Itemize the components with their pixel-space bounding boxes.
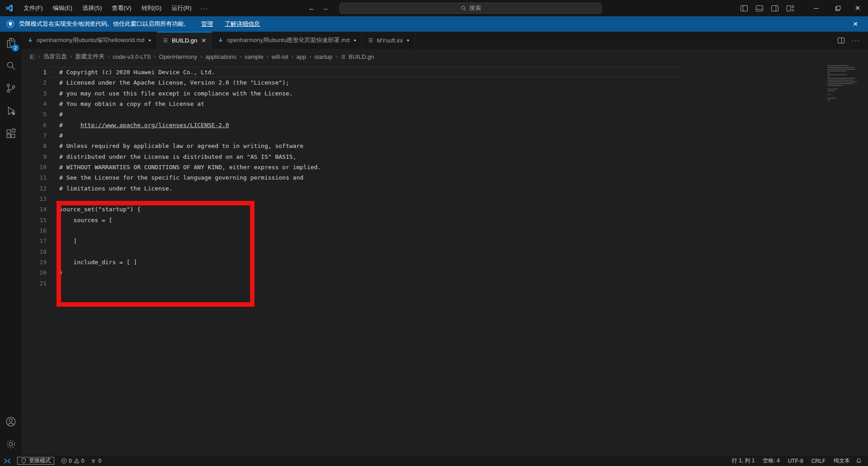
line-number-14[interactable]: 14 bbox=[22, 204, 59, 214]
code-line-3[interactable]: # you may not use this file except in co… bbox=[59, 88, 868, 99]
status-indentation[interactable]: 空格: 4 bbox=[760, 456, 782, 466]
status-eol[interactable]: CRLF bbox=[809, 456, 828, 466]
breadcrumb-item-3[interactable]: code-v3.0-LTS bbox=[113, 53, 151, 60]
menu-item-4[interactable]: 转到(G) bbox=[137, 2, 166, 14]
close-window-button[interactable]: ✕ bbox=[847, 0, 868, 16]
code-line-12[interactable]: # limitations under the License. bbox=[59, 183, 868, 194]
code-line-20[interactable]: } bbox=[59, 267, 868, 278]
line-number-5[interactable]: 5 bbox=[22, 109, 59, 119]
status-cursor-position[interactable]: 行 1, 列 1 bbox=[730, 456, 757, 466]
code-line-1[interactable]: # Copyright (c) 2020 Huawei Device Co., … bbox=[59, 67, 868, 77]
code-line-11[interactable]: # See the License for the specific langu… bbox=[59, 172, 868, 183]
breadcrumb-item-10[interactable]: BUILD.gn bbox=[340, 53, 374, 60]
manage-link[interactable]: 管理 bbox=[201, 20, 213, 28]
line-number-17[interactable]: 17 bbox=[22, 236, 59, 246]
line-number-3[interactable]: 3 bbox=[22, 88, 59, 99]
breadcrumb-item-8[interactable]: app bbox=[297, 53, 307, 60]
command-center-search[interactable]: 搜索 bbox=[340, 3, 602, 14]
code-line-9[interactable]: # distributed under the License is distr… bbox=[59, 152, 868, 162]
status-encoding[interactable]: UTF-8 bbox=[786, 456, 806, 466]
breadcrumb-item-1[interactable]: 迅雷云盘 bbox=[43, 52, 67, 61]
minimize-button[interactable] bbox=[806, 0, 826, 16]
sidebar-item-extensions[interactable] bbox=[0, 122, 22, 145]
line-number-19[interactable]: 19 bbox=[22, 257, 59, 267]
more-actions-icon[interactable]: ··· bbox=[852, 37, 861, 44]
sidebar-item-explorer[interactable]: 2 bbox=[0, 32, 22, 54]
line-number-21[interactable]: 21 bbox=[22, 278, 59, 289]
breadcrumb-item-5[interactable]: applications bbox=[205, 53, 236, 60]
line-number-4[interactable]: 4 bbox=[22, 99, 59, 109]
sidebar-item-source-control[interactable] bbox=[0, 77, 22, 100]
remote-indicator[interactable] bbox=[0, 456, 14, 466]
code-line-10[interactable]: # WITHOUT WARRANTIES OR CONDITIONS OF AN… bbox=[59, 162, 868, 172]
toggle-secondary-sidebar-icon[interactable] bbox=[771, 5, 778, 11]
tab-close-icon[interactable]: ✕ bbox=[201, 37, 206, 44]
code-line-5[interactable]: # bbox=[59, 109, 868, 119]
code-line-6[interactable]: # http://www.apache.org/licenses/LICENSE… bbox=[59, 120, 868, 130]
tab-dirty-icon[interactable]: ● bbox=[407, 38, 409, 43]
code-line-19[interactable]: include_dirs = [ ] bbox=[59, 257, 868, 267]
breadcrumb-item-6[interactable]: sample bbox=[245, 53, 264, 60]
line-number-8[interactable]: 8 bbox=[22, 141, 59, 151]
customize-layout-icon[interactable] bbox=[787, 5, 794, 11]
tab-4[interactable]: MYsoft.ini● bbox=[362, 32, 415, 49]
code-line-13[interactable] bbox=[59, 194, 868, 204]
toggle-primary-sidebar-icon[interactable] bbox=[741, 5, 748, 11]
tab-3[interactable]: openharmony用ubuntu图形化页面快速部署.md● bbox=[212, 32, 362, 49]
code-line-2[interactable]: # Licensed under the Apache License, Ver… bbox=[59, 77, 868, 88]
breadcrumb-item-2[interactable]: 新建文件夹 bbox=[75, 52, 104, 61]
status-language-mode[interactable]: 纯文本 bbox=[831, 456, 852, 466]
breadcrumb-item-9[interactable]: startup bbox=[314, 53, 332, 60]
line-number-2[interactable]: 2 bbox=[22, 77, 59, 88]
toggle-panel-icon[interactable] bbox=[756, 5, 763, 11]
line-number-10[interactable]: 10 bbox=[22, 162, 59, 172]
breadcrumb-item-7[interactable]: wifi-iot bbox=[272, 53, 288, 60]
tab-2[interactable]: BUILD.gn✕ bbox=[157, 32, 212, 49]
line-number-12[interactable]: 12 bbox=[22, 183, 59, 194]
code-line-16[interactable] bbox=[59, 225, 868, 236]
split-editor-icon[interactable] bbox=[838, 38, 844, 43]
settings-button[interactable] bbox=[0, 433, 22, 456]
code-line-17[interactable]: ] bbox=[59, 236, 868, 246]
menu-item-3[interactable]: 查看(V) bbox=[107, 2, 136, 14]
line-number-11[interactable]: 11 bbox=[22, 172, 59, 183]
breadcrumb-item-0[interactable]: E: bbox=[30, 53, 35, 60]
banner-close-icon[interactable]: ✕ bbox=[853, 20, 858, 28]
ports-status[interactable]: 0 bbox=[87, 456, 104, 466]
line-number-18[interactable]: 18 bbox=[22, 247, 59, 257]
editor-pane[interactable]: 123456789101112131415161718192021 # Copy… bbox=[22, 64, 868, 456]
forward-arrow-icon[interactable]: → bbox=[321, 4, 329, 12]
breadcrumb-item-4[interactable]: OpenHarmony bbox=[159, 53, 198, 60]
code-line-21[interactable] bbox=[59, 278, 868, 289]
learn-more-link[interactable]: 了解详细信息 bbox=[225, 20, 260, 28]
license-url-link[interactable]: http://www.apache.org/licenses/LICENSE-2… bbox=[80, 122, 229, 128]
line-number-13[interactable]: 13 bbox=[22, 194, 59, 204]
restricted-mode-status[interactable]: 受限模式 bbox=[17, 457, 54, 465]
code-line-14[interactable]: source_set("startup") { bbox=[59, 204, 868, 214]
code-line-15[interactable]: sources = [ bbox=[59, 215, 868, 225]
sidebar-item-run-debug[interactable] bbox=[0, 100, 22, 122]
back-arrow-icon[interactable]: ← bbox=[308, 4, 315, 12]
line-number-1[interactable]: 1 bbox=[22, 67, 59, 77]
code-line-8[interactable]: # Unless required by applicable law or a… bbox=[59, 141, 868, 151]
menu-item-1[interactable]: 编辑(E) bbox=[48, 2, 77, 14]
code-line-7[interactable]: # bbox=[59, 130, 868, 141]
menu-overflow-icon[interactable]: ··· bbox=[196, 3, 212, 14]
tab-dirty-icon[interactable]: ● bbox=[148, 38, 151, 43]
notifications-bell-icon[interactable] bbox=[856, 458, 862, 464]
minimap[interactable] bbox=[827, 65, 861, 89]
account-button[interactable] bbox=[0, 410, 22, 433]
code-line-18[interactable] bbox=[59, 247, 868, 257]
tab-1[interactable]: openharmony用ubuntu编写helloworld.md● bbox=[22, 32, 157, 49]
line-number-20[interactable]: 20 bbox=[22, 267, 59, 278]
menu-item-5[interactable]: 运行(R) bbox=[167, 2, 196, 14]
sidebar-item-search[interactable] bbox=[0, 54, 22, 77]
problems-status[interactable]: 0 0 bbox=[58, 456, 87, 466]
line-number-6[interactable]: 6 bbox=[22, 120, 59, 130]
line-number-9[interactable]: 9 bbox=[22, 152, 59, 162]
line-number-15[interactable]: 15 bbox=[22, 215, 59, 225]
menu-item-0[interactable]: 文件(F) bbox=[19, 2, 47, 14]
tab-dirty-icon[interactable]: ● bbox=[354, 38, 356, 43]
line-number-7[interactable]: 7 bbox=[22, 130, 59, 141]
line-number-16[interactable]: 16 bbox=[22, 225, 59, 236]
